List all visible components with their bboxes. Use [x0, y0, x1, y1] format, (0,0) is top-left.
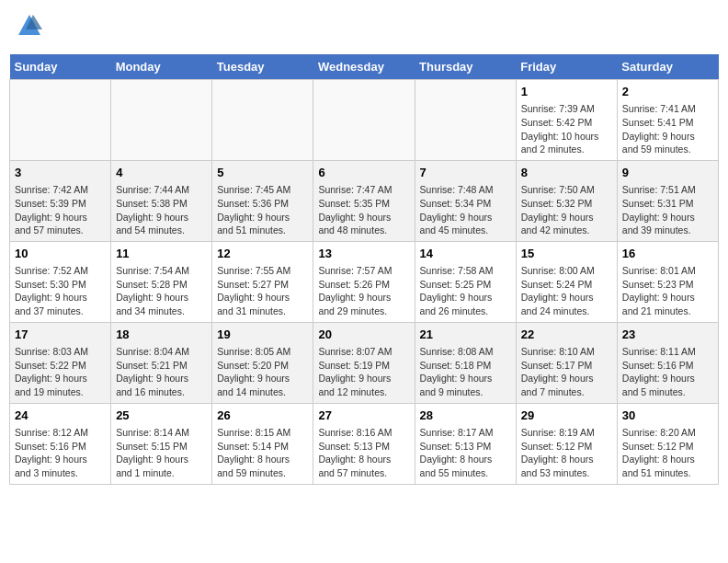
- day-info: Sunrise: 7:42 AM Sunset: 5:39 PM Dayligh…: [15, 183, 106, 237]
- day-number: 9: [622, 165, 713, 181]
- day-info: Sunrise: 7:57 AM Sunset: 5:26 PM Dayligh…: [318, 264, 409, 318]
- day-info: Sunrise: 8:10 AM Sunset: 5:17 PM Dayligh…: [521, 345, 612, 399]
- day-number: 11: [116, 246, 207, 262]
- day-number: 7: [420, 165, 511, 181]
- logo: [15, 13, 42, 43]
- calendar-cell: 23Sunrise: 8:11 AM Sunset: 5:16 PM Dayli…: [617, 322, 718, 403]
- calendar-cell: [10, 80, 111, 161]
- logo-icon: [17, 13, 42, 39]
- calendar-cell: 18Sunrise: 8:04 AM Sunset: 5:21 PM Dayli…: [111, 322, 212, 403]
- day-number: 6: [318, 165, 409, 181]
- day-info: Sunrise: 8:00 AM Sunset: 5:24 PM Dayligh…: [521, 264, 612, 318]
- day-number: 27: [318, 408, 409, 424]
- day-number: 8: [521, 165, 612, 181]
- calendar-cell: 17Sunrise: 8:03 AM Sunset: 5:22 PM Dayli…: [10, 322, 111, 403]
- calendar-week-row: 10Sunrise: 7:52 AM Sunset: 5:30 PM Dayli…: [10, 241, 719, 322]
- calendar-body: 1Sunrise: 7:39 AM Sunset: 5:42 PM Daylig…: [10, 80, 719, 485]
- day-number: 1: [521, 84, 612, 100]
- calendar-cell: 3Sunrise: 7:42 AM Sunset: 5:39 PM Daylig…: [10, 160, 111, 241]
- weekday-header-wednesday: Wednesday: [313, 54, 415, 80]
- calendar-cell: 9Sunrise: 7:51 AM Sunset: 5:31 PM Daylig…: [617, 160, 718, 241]
- day-number: 23: [622, 327, 713, 343]
- day-info: Sunrise: 7:51 AM Sunset: 5:31 PM Dayligh…: [622, 183, 713, 237]
- calendar-cell: 16Sunrise: 8:01 AM Sunset: 5:23 PM Dayli…: [617, 241, 718, 322]
- day-info: Sunrise: 8:01 AM Sunset: 5:23 PM Dayligh…: [622, 264, 713, 318]
- day-number: 30: [622, 408, 713, 424]
- calendar-cell: 22Sunrise: 8:10 AM Sunset: 5:17 PM Dayli…: [516, 322, 617, 403]
- calendar-cell: 10Sunrise: 7:52 AM Sunset: 5:30 PM Dayli…: [10, 241, 111, 322]
- day-number: 19: [217, 327, 308, 343]
- calendar-cell: 1Sunrise: 7:39 AM Sunset: 5:42 PM Daylig…: [516, 80, 617, 161]
- calendar-cell: 13Sunrise: 7:57 AM Sunset: 5:26 PM Dayli…: [313, 241, 415, 322]
- day-info: Sunrise: 8:19 AM Sunset: 5:12 PM Dayligh…: [521, 426, 612, 480]
- calendar-cell: 4Sunrise: 7:44 AM Sunset: 5:38 PM Daylig…: [111, 160, 212, 241]
- weekday-header-monday: Monday: [111, 54, 212, 80]
- day-number: 10: [15, 246, 106, 262]
- day-number: 22: [521, 327, 612, 343]
- calendar-cell: 11Sunrise: 7:54 AM Sunset: 5:28 PM Dayli…: [111, 241, 212, 322]
- day-info: Sunrise: 7:50 AM Sunset: 5:32 PM Dayligh…: [521, 183, 612, 237]
- day-info: Sunrise: 7:41 AM Sunset: 5:41 PM Dayligh…: [622, 102, 713, 156]
- calendar-cell: 2Sunrise: 7:41 AM Sunset: 5:41 PM Daylig…: [617, 80, 718, 161]
- calendar-cell: 30Sunrise: 8:20 AM Sunset: 5:12 PM Dayli…: [617, 403, 718, 484]
- weekday-header-friday: Friday: [516, 54, 617, 80]
- day-info: Sunrise: 8:17 AM Sunset: 5:13 PM Dayligh…: [420, 426, 511, 480]
- day-info: Sunrise: 7:39 AM Sunset: 5:42 PM Dayligh…: [521, 102, 612, 156]
- calendar-week-row: 1Sunrise: 7:39 AM Sunset: 5:42 PM Daylig…: [10, 80, 719, 161]
- day-number: 18: [116, 327, 207, 343]
- day-number: 5: [217, 165, 308, 181]
- calendar-cell: 25Sunrise: 8:14 AM Sunset: 5:15 PM Dayli…: [111, 403, 212, 484]
- calendar-cell: 28Sunrise: 8:17 AM Sunset: 5:13 PM Dayli…: [415, 403, 516, 484]
- day-info: Sunrise: 8:08 AM Sunset: 5:18 PM Dayligh…: [420, 345, 511, 399]
- calendar-header-row: SundayMondayTuesdayWednesdayThursdayFrid…: [10, 54, 719, 80]
- calendar-cell: [313, 80, 415, 161]
- day-info: Sunrise: 8:20 AM Sunset: 5:12 PM Dayligh…: [622, 426, 713, 480]
- day-number: 20: [318, 327, 409, 343]
- weekday-header-thursday: Thursday: [415, 54, 516, 80]
- day-number: 13: [318, 246, 409, 262]
- weekday-header-sunday: Sunday: [10, 54, 111, 80]
- day-number: 26: [217, 408, 308, 424]
- day-info: Sunrise: 8:15 AM Sunset: 5:14 PM Dayligh…: [217, 426, 308, 480]
- calendar-cell: 29Sunrise: 8:19 AM Sunset: 5:12 PM Dayli…: [516, 403, 617, 484]
- day-info: Sunrise: 7:54 AM Sunset: 5:28 PM Dayligh…: [116, 264, 207, 318]
- calendar-cell: 8Sunrise: 7:50 AM Sunset: 5:32 PM Daylig…: [516, 160, 617, 241]
- calendar-week-row: 24Sunrise: 8:12 AM Sunset: 5:16 PM Dayli…: [10, 403, 719, 484]
- day-number: 29: [521, 408, 612, 424]
- day-number: 24: [15, 408, 106, 424]
- calendar-cell: 27Sunrise: 8:16 AM Sunset: 5:13 PM Dayli…: [313, 403, 415, 484]
- calendar-week-row: 3Sunrise: 7:42 AM Sunset: 5:39 PM Daylig…: [10, 160, 719, 241]
- day-info: Sunrise: 8:14 AM Sunset: 5:15 PM Dayligh…: [116, 426, 207, 480]
- calendar-cell: 7Sunrise: 7:48 AM Sunset: 5:34 PM Daylig…: [415, 160, 516, 241]
- day-number: 16: [622, 246, 713, 262]
- day-number: 12: [217, 246, 308, 262]
- calendar-cell: [212, 80, 313, 161]
- calendar-cell: 26Sunrise: 8:15 AM Sunset: 5:14 PM Dayli…: [212, 403, 313, 484]
- day-info: Sunrise: 8:03 AM Sunset: 5:22 PM Dayligh…: [15, 345, 106, 399]
- calendar-cell: 24Sunrise: 8:12 AM Sunset: 5:16 PM Dayli…: [10, 403, 111, 484]
- day-info: Sunrise: 7:47 AM Sunset: 5:35 PM Dayligh…: [318, 183, 409, 237]
- day-number: 14: [420, 246, 511, 262]
- day-info: Sunrise: 8:04 AM Sunset: 5:21 PM Dayligh…: [116, 345, 207, 399]
- day-number: 21: [420, 327, 511, 343]
- page-header: [9, 9, 719, 47]
- day-number: 28: [420, 408, 511, 424]
- weekday-header-saturday: Saturday: [617, 54, 718, 80]
- calendar-cell: 19Sunrise: 8:05 AM Sunset: 5:20 PM Dayli…: [212, 322, 313, 403]
- day-number: 2: [622, 84, 713, 100]
- day-info: Sunrise: 7:48 AM Sunset: 5:34 PM Dayligh…: [420, 183, 511, 237]
- day-number: 15: [521, 246, 612, 262]
- calendar-cell: 5Sunrise: 7:45 AM Sunset: 5:36 PM Daylig…: [212, 160, 313, 241]
- calendar-cell: 20Sunrise: 8:07 AM Sunset: 5:19 PM Dayli…: [313, 322, 415, 403]
- calendar-cell: 15Sunrise: 8:00 AM Sunset: 5:24 PM Dayli…: [516, 241, 617, 322]
- day-info: Sunrise: 7:52 AM Sunset: 5:30 PM Dayligh…: [15, 264, 106, 318]
- day-info: Sunrise: 7:44 AM Sunset: 5:38 PM Dayligh…: [116, 183, 207, 237]
- calendar-cell: [415, 80, 516, 161]
- day-number: 4: [116, 165, 207, 181]
- day-info: Sunrise: 8:11 AM Sunset: 5:16 PM Dayligh…: [622, 345, 713, 399]
- weekday-header-tuesday: Tuesday: [212, 54, 313, 80]
- day-info: Sunrise: 7:58 AM Sunset: 5:25 PM Dayligh…: [420, 264, 511, 318]
- calendar-cell: 21Sunrise: 8:08 AM Sunset: 5:18 PM Dayli…: [415, 322, 516, 403]
- day-number: 17: [15, 327, 106, 343]
- day-number: 25: [116, 408, 207, 424]
